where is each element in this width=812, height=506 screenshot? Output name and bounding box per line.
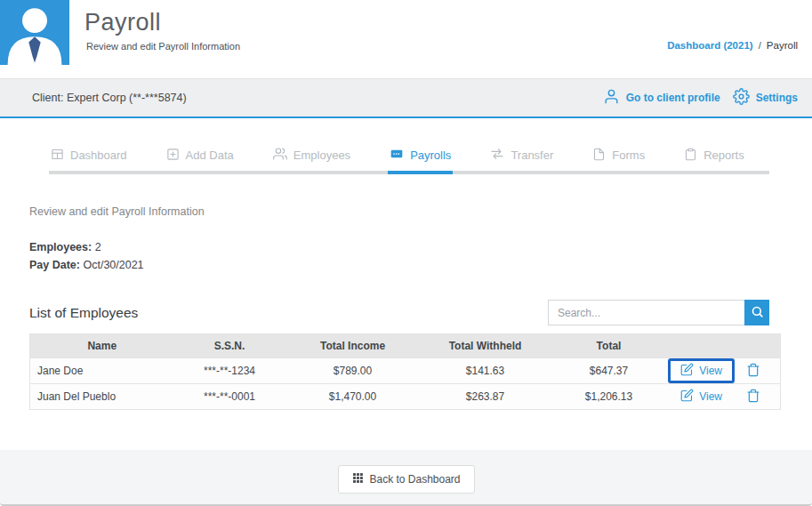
- breadcrumb-current: Payroll: [767, 40, 798, 51]
- column-header-actions: [668, 334, 781, 358]
- pay-date-label: Pay Date:: [29, 259, 80, 271]
- grid-icon: [351, 472, 363, 486]
- employees-count: Employees: 2: [29, 238, 144, 256]
- payroll-card-icon: [390, 147, 404, 164]
- employee-ssn: ***-**-0001: [174, 384, 285, 410]
- pay-date: Pay Date: Oct/30/2021: [29, 256, 144, 274]
- search-input[interactable]: [548, 300, 744, 325]
- search-group: [548, 300, 769, 325]
- employee-total: $647.37: [551, 358, 668, 384]
- employees-count-label: Employees:: [29, 241, 92, 253]
- tab-dashboard[interactable]: Dashboard: [49, 141, 129, 174]
- list-of-employees-title: List of Employees: [29, 305, 138, 321]
- transfer-arrows-icon: [490, 147, 504, 164]
- gear-icon: [733, 88, 750, 108]
- employee-ssn: ***-**-1234: [174, 358, 285, 384]
- settings-link[interactable]: Settings: [733, 88, 798, 108]
- client-actions: Go to client profile Settings: [603, 88, 798, 108]
- column-header-total-withheld: Total Withheld: [421, 334, 551, 358]
- employees-table: Name S.S.N. Total Income Total Withheld …: [29, 333, 781, 410]
- back-to-dashboard-button[interactable]: Back to Dashboard: [337, 465, 474, 494]
- go-to-client-profile-link[interactable]: Go to client profile: [603, 88, 720, 108]
- users-icon: [273, 147, 287, 164]
- column-header-ssn: S.S.N.: [174, 334, 285, 358]
- trash-icon: [746, 363, 760, 380]
- client-bar: Client: Expert Corp (**-***5874) Go to c…: [0, 78, 812, 118]
- tab-employees[interactable]: Employees: [271, 141, 352, 174]
- edit-icon: [680, 389, 694, 405]
- file-icon: [592, 148, 606, 164]
- footer-bar: Back to Dashboard: [0, 450, 812, 506]
- page-subtitle: Review and edit Payroll Information: [86, 41, 240, 52]
- tab-forms[interactable]: Forms: [591, 141, 647, 174]
- table-header-row: Name S.S.N. Total Income Total Withheld …: [30, 334, 781, 358]
- payroll-page: Payroll Review and edit Payroll Informat…: [0, 0, 812, 506]
- column-header-total-income: Total Income: [285, 334, 421, 358]
- avatar: [0, 0, 69, 65]
- edit-icon: [680, 363, 694, 379]
- column-header-name: Name: [30, 334, 174, 358]
- payroll-meta: Employees: 2 Pay Date: Oct/30/2021: [29, 238, 144, 274]
- column-header-total: Total: [551, 334, 668, 358]
- breadcrumb-separator: /: [759, 40, 761, 51]
- employees-count-value: 2: [95, 241, 101, 253]
- employee-total: $1,206.13: [551, 384, 668, 410]
- tab-add-data[interactable]: Add Data: [165, 141, 236, 174]
- trash-icon: [746, 389, 760, 406]
- delete-button[interactable]: [746, 389, 760, 406]
- employee-name: Juan Del Pueblo: [30, 384, 174, 410]
- page-title: Payroll: [84, 9, 161, 36]
- client-label: Client: Expert Corp (**-***5874): [32, 92, 187, 104]
- clipboard-icon: [684, 148, 697, 164]
- breadcrumb-dashboard-link[interactable]: Dashboard (2021): [667, 40, 753, 51]
- search-button[interactable]: [744, 300, 769, 325]
- person-avatar-icon: [0, 52, 69, 68]
- dashboard-grid-icon: [51, 148, 64, 164]
- table-row: Jane Doe ***-**-1234 $789.00 $141.63 $64…: [30, 358, 781, 384]
- page-header: Payroll Review and edit Payroll Informat…: [0, 0, 812, 78]
- view-button[interactable]: View: [668, 358, 735, 383]
- employee-name: Jane Doe: [30, 358, 174, 384]
- employee-total-withheld: $141.63: [421, 358, 551, 384]
- tab-reports[interactable]: Reports: [682, 141, 746, 174]
- tab-payrolls[interactable]: Payrolls: [388, 141, 453, 174]
- plus-square-icon: [166, 148, 180, 164]
- employee-total-income: $789.00: [285, 358, 421, 384]
- table-row: Juan Del Pueblo ***-**-0001 $1,470.00 $2…: [30, 384, 781, 410]
- row-actions: View: [668, 384, 781, 410]
- delete-button[interactable]: [746, 363, 760, 380]
- employee-total-income: $1,470.00: [285, 384, 421, 410]
- breadcrumb: Dashboard (2021) / Payroll: [667, 40, 798, 51]
- employee-total-withheld: $263.87: [421, 384, 551, 410]
- section-description: Review and edit Payroll Information: [29, 205, 205, 218]
- tab-bar: Dashboard Add Data Employees Payrolls Tr…: [49, 141, 769, 174]
- search-icon: [751, 305, 764, 321]
- tab-transfer[interactable]: Transfer: [488, 141, 555, 174]
- user-icon: [603, 88, 620, 108]
- row-actions: View: [668, 358, 781, 384]
- pay-date-value: Oct/30/2021: [83, 259, 143, 271]
- view-button[interactable]: View: [668, 384, 735, 409]
